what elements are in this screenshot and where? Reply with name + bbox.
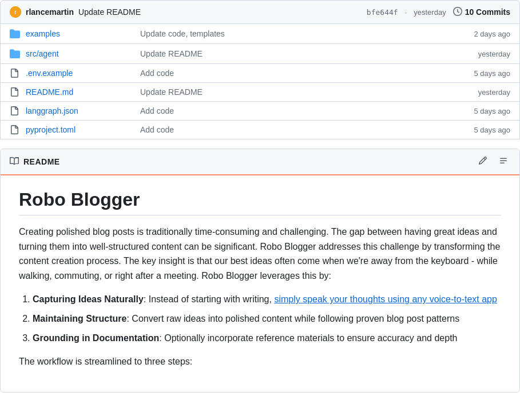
commit-message: Update README [78,7,141,17]
file-time: 5 days ago [453,107,510,115]
readme-title: README [23,157,60,166]
list-item-bold: Maintaining Structure [33,314,126,323]
readme-paragraph-2: The workflow is streamlined to three ste… [19,354,501,369]
folder-icon [10,29,21,39]
file-time: 5 days ago [453,126,510,134]
commit-hash[interactable]: bfe644f [367,8,398,17]
readme-paragraph-1: Creating polished blog posts is traditio… [19,225,501,283]
commit-relative-time: yesterday [414,8,446,17]
readme-link[interactable]: simply speak your thoughts using any voi… [274,294,497,304]
file-icon [10,87,21,97]
list-item: Maintaining Structure: Convert raw ideas… [33,311,501,326]
file-time: 2 days ago [453,30,510,38]
file-commit-message: Update code, templates [140,29,453,38]
list-item: Grounding in Documentation: Optionally i… [33,331,501,346]
folder-icon [10,49,21,59]
clock-icon [453,7,462,18]
commit-info-left: r rlancemartin Update README [10,6,141,18]
table-row: src/agentUpdate READMEyesterday [1,44,519,64]
table-row: README.mdUpdate READMEyesterday [1,83,519,102]
file-name[interactable]: examples [26,29,140,38]
file-name[interactable]: src/agent [26,49,140,58]
commits-count-link[interactable]: 10 Commits [453,7,510,18]
table-row: examplesUpdate code, templates2 days ago [1,24,519,44]
file-commit-message: Update README [140,87,453,97]
readme-section: README Robo Blogger Creating polished bl… [0,149,520,393]
commit-time: · [405,8,407,17]
file-name[interactable]: langgraph.json [26,106,140,115]
list-item-bold: Grounding in Documentation [33,333,159,343]
file-icon [10,106,21,115]
commit-bar: r rlancemartin Update README bfe644f · y… [0,0,520,24]
book-icon [10,157,19,167]
file-name[interactable]: pyproject.toml [26,125,140,134]
file-commit-message: Add code [140,106,453,115]
readme-actions [476,155,510,169]
commits-count-label: 10 Commits [465,7,510,17]
table-row: langgraph.jsonAdd code5 days ago [1,102,519,121]
file-commit-message: Update README [140,49,453,58]
file-commit-message: Add code [140,69,453,78]
file-table: examplesUpdate code, templates2 days ago… [0,24,520,139]
file-name[interactable]: README.md [26,87,140,97]
readme-header: README [1,149,519,175]
file-name[interactable]: .env.example [26,69,140,78]
file-icon [10,69,21,78]
file-time: yesterday [453,50,510,58]
readme-body: Robo Blogger Creating polished blog post… [1,175,519,392]
readme-list: Capturing Ideas Naturally: Instead of st… [33,292,501,345]
edit-readme-button[interactable] [476,155,490,169]
table-row: pyproject.tomlAdd code5 days ago [1,121,519,139]
file-icon [10,125,21,134]
list-item: Capturing Ideas Naturally: Instead of st… [33,292,501,307]
file-commit-message: Add code [140,125,453,134]
toc-readme-button[interactable] [497,155,510,169]
username[interactable]: rlancemartin [26,7,74,17]
file-time: yesterday [453,88,510,97]
avatar: r [10,6,21,18]
readme-title-area: README [10,157,60,167]
readme-heading: Robo Blogger [19,189,501,215]
table-row: .env.exampleAdd code5 days ago [1,64,519,83]
list-item-bold: Capturing Ideas Naturally [33,294,144,304]
file-time: 5 days ago [453,69,510,78]
commit-info-right: bfe644f · yesterday 10 Commits [367,7,510,18]
